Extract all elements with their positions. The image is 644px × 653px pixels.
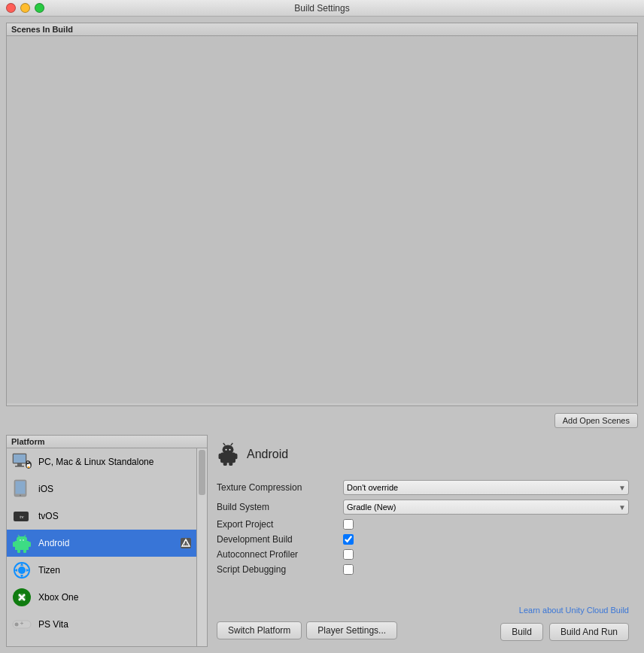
window-controls	[6, 3, 44, 13]
platform-item-tvos[interactable]: tv tvOS	[7, 503, 196, 530]
texture-compression-select[interactable]: Don't override ETC (default) ETC2 (GLES …	[343, 480, 629, 495]
development-build-checkbox[interactable]	[343, 534, 354, 545]
footer-left-buttons: Switch Platform Player Settings...	[217, 621, 397, 639]
platform-header: Platform	[7, 436, 207, 448]
texture-compression-row: Texture Compression Don't override ETC (…	[217, 480, 629, 495]
script-debugging-checkbox[interactable]	[343, 564, 354, 575]
build-system-select-wrapper: Gradle (New) Internal (Default) ADT (Leg…	[343, 500, 629, 515]
autoconnect-profiler-row: Autoconnect Profiler	[217, 549, 629, 560]
svg-point-41	[226, 449, 227, 451]
xbox-label: Xbox One	[38, 592, 192, 603]
platform-settings-title: Android	[247, 448, 288, 461]
svg-rect-2	[17, 463, 22, 466]
settings-panel: Android Texture Compression Don't overri…	[208, 435, 638, 647]
svg-rect-23	[29, 542, 32, 547]
platform-item-ios[interactable]: iOS	[7, 475, 196, 503]
development-build-row: Development Build	[217, 534, 629, 545]
footer-row: Switch Platform Player Settings... Build…	[217, 620, 629, 641]
cloud-link-row: Learn about Unity Cloud Build	[217, 605, 629, 615]
platform-item-standalone[interactable]: PC, Mac & Linux Standalone	[7, 448, 196, 475]
bottom-section: Platform	[6, 435, 638, 647]
close-button[interactable]	[6, 3, 16, 13]
build-system-label: Build System	[217, 502, 337, 512]
svg-rect-26	[15, 541, 29, 550]
autoconnect-profiler-checkbox[interactable]	[343, 549, 354, 560]
tizen-label: Tizen	[38, 565, 192, 576]
svg-line-20	[18, 535, 20, 537]
svg-text:tv: tv	[20, 514, 24, 520]
development-build-label: Development Build	[217, 534, 337, 545]
android-settings-icon	[217, 441, 239, 468]
cloud-link[interactable]: Learn about Unity Cloud Build	[519, 606, 629, 615]
svg-rect-10	[16, 481, 26, 494]
script-debugging-row: Script Debugging	[217, 564, 629, 575]
svg-point-8	[28, 466, 30, 468]
minimize-button[interactable]	[20, 3, 30, 13]
svg-rect-39	[22, 622, 23, 625]
svg-rect-46	[219, 454, 222, 460]
platform-scrollbar[interactable]	[196, 448, 207, 646]
scenes-panel-header: Scenes In Build	[7, 23, 637, 36]
autoconnect-profiler-label: Autoconnect Profiler	[217, 549, 337, 560]
platform-item-xbox[interactable]: Xbox One	[7, 584, 196, 611]
svg-point-37	[15, 623, 19, 627]
standalone-label: PC, Mac & Linux Standalone	[38, 457, 192, 467]
main-content: Scenes In Build Add Open Scenes Platform	[0, 17, 644, 653]
build-button[interactable]: Build	[500, 623, 543, 641]
platform-title: Platform	[11, 437, 45, 446]
svg-point-11	[20, 495, 21, 497]
development-build-checkbox-wrapper	[343, 534, 354, 545]
scenes-panel: Scenes In Build	[6, 23, 638, 406]
settings-spacer	[217, 579, 629, 605]
maximize-button[interactable]	[35, 3, 44, 13]
scrollbar-thumb[interactable]	[199, 450, 205, 495]
switch-platform-button[interactable]: Switch Platform	[217, 621, 302, 639]
export-project-checkbox[interactable]	[343, 519, 354, 530]
window-title: Build Settings	[294, 3, 349, 14]
tvos-label: tvOS	[38, 511, 192, 521]
svg-line-44	[231, 443, 233, 445]
svg-rect-45	[220, 453, 235, 463]
psvita-label: PS Vita	[38, 619, 192, 630]
svg-point-31	[18, 566, 26, 574]
add-open-scenes-button[interactable]: Add Open Scenes	[554, 413, 638, 428]
svg-point-42	[229, 449, 231, 451]
platform-item-android[interactable]: Android 	[7, 530, 196, 557]
build-system-row: Build System Gradle (New) Internal (Defa…	[217, 500, 629, 515]
ios-icon	[11, 478, 32, 500]
svg-line-21	[24, 535, 26, 537]
script-debugging-checkbox-wrapper	[343, 564, 354, 575]
svg-point-19	[23, 539, 24, 541]
player-settings-button[interactable]: Player Settings...	[306, 621, 397, 639]
svg-rect-48	[223, 461, 227, 466]
svg-rect-1	[14, 454, 26, 463]
scenes-panel-body	[7, 36, 637, 403]
android-selected-icon: 	[180, 537, 192, 549]
export-project-row: Export Project	[217, 519, 629, 530]
tvos-icon: tv	[11, 506, 32, 527]
export-project-label: Export Project	[217, 519, 337, 530]
svg-rect-49	[229, 461, 232, 466]
platform-item-psvita[interactable]: PS Vita	[7, 611, 196, 638]
platform-list-scroll: PC, Mac & Linux Standalone iOS	[7, 448, 207, 646]
svg-line-43	[223, 443, 226, 445]
ios-label: iOS	[38, 484, 192, 494]
svg-rect-47	[235, 454, 238, 460]
svg-rect-3	[15, 466, 24, 467]
settings-header: Android	[217, 441, 629, 468]
xbox-icon	[11, 587, 32, 608]
texture-compression-label: Texture Compression	[217, 482, 337, 493]
svg-rect-22	[13, 542, 16, 547]
build-and-run-button[interactable]: Build And Run	[549, 623, 629, 641]
autoconnect-profiler-checkbox-wrapper	[343, 549, 354, 560]
android-icon	[11, 533, 32, 554]
standalone-icon	[11, 451, 32, 472]
texture-compression-select-wrapper: Don't override ETC (default) ETC2 (GLES …	[343, 480, 629, 495]
export-project-checkbox-wrapper	[343, 519, 354, 530]
platform-item-tizen[interactable]: Tizen	[7, 557, 196, 584]
build-system-select[interactable]: Gradle (New) Internal (Default) ADT (Leg…	[343, 500, 629, 515]
svg-point-18	[20, 539, 21, 541]
title-bar: Build Settings	[0, 0, 644, 17]
script-debugging-label: Script Debugging	[217, 564, 337, 575]
tizen-icon	[11, 560, 32, 581]
